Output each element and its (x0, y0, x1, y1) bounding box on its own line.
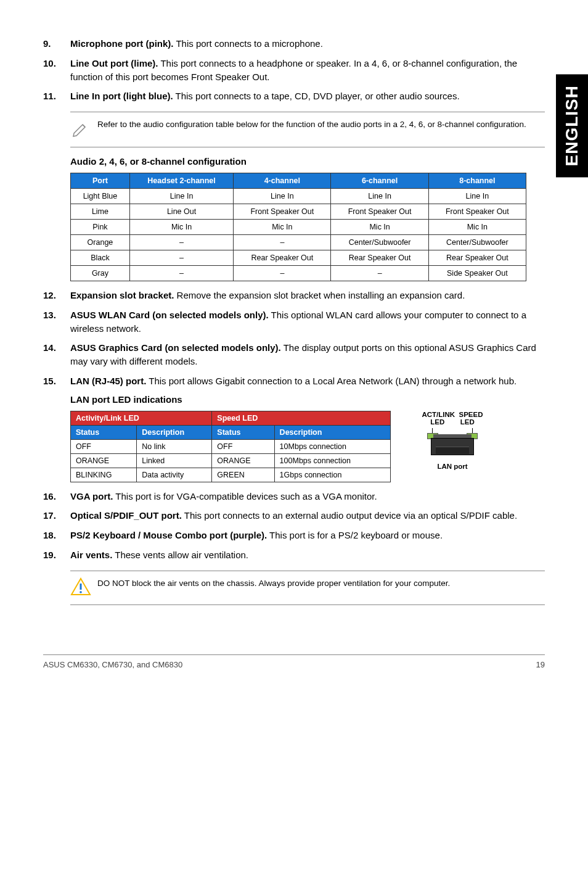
item-number: 9. (43, 37, 70, 51)
page-content: 9.Microphone port (pink). This port conn… (0, 0, 588, 694)
warning-icon (70, 577, 97, 598)
lan-port-diagram: ACT/LINK SPEED LED LED LAN port (409, 411, 496, 470)
table-header: Activity/Link LED (71, 411, 212, 425)
item-number: 11. (43, 89, 70, 103)
item-number: 18. (43, 529, 70, 542)
table-row: PinkMic InMic InMic InMic In (71, 220, 526, 235)
list-item: 17.Optical S/PDIF_OUT port. This port co… (43, 509, 545, 522)
item-text: ASUS WLAN Card (on selected models only)… (70, 308, 545, 336)
led-section: Activity/Link LED Speed LED Status Descr… (70, 411, 545, 482)
item-text: Air vents. These vents allow air ventila… (70, 548, 545, 562)
svg-point-1 (80, 591, 82, 593)
table-row: BLINKINGData activityGREEN1Gbps connecti… (71, 468, 391, 482)
list-9-11: 9.Microphone port (pink). This port conn… (43, 37, 545, 103)
table-row: Gray–––Side Speaker Out (71, 266, 526, 281)
list-item: 11.Line In port (light blue). This port … (43, 89, 545, 103)
item-number: 17. (43, 509, 70, 522)
table-row: ORANGELinkedORANGE100Mbps connection (71, 453, 391, 468)
table-header: Status (212, 425, 274, 439)
item-text: PS/2 Keyboard / Mouse Combo port (purple… (70, 529, 545, 542)
item-text: ASUS Graphics Card (on selected models o… (70, 341, 545, 368)
item-text: Line In port (light blue). This port con… (70, 89, 545, 103)
table-header: Description (274, 425, 390, 439)
list-16-19: 16.VGA port. This port is for VGA-compat… (43, 490, 545, 562)
item-number: 15. (43, 374, 70, 388)
table-header: Port (71, 173, 130, 189)
item-text: Microphone port (pink). This port connec… (70, 37, 545, 51)
list-item: 18.PS/2 Keyboard / Mouse Combo port (pur… (43, 529, 545, 542)
list-item: 10.Line Out port (lime). This port conne… (43, 57, 545, 84)
list-12-15: 12.Expansion slot bracket. Remove the ex… (43, 289, 545, 388)
item-number: 13. (43, 308, 70, 336)
item-number: 16. (43, 490, 70, 503)
rj45-port-icon (425, 429, 480, 460)
item-text: Expansion slot bracket. Remove the expan… (70, 289, 545, 302)
list-item: 16.VGA port. This port is for VGA-compat… (43, 490, 545, 503)
table-header: Speed LED (212, 411, 391, 425)
footer-left: ASUS CM6330, CM6730, and CM6830 (43, 660, 182, 669)
audio-config-table: Port Headset 2-channel 4-channel 6-chann… (70, 173, 526, 281)
list-item: 15.LAN (RJ-45) port. This port allows Gi… (43, 374, 545, 388)
led-table: Activity/Link LED Speed LED Status Descr… (70, 411, 391, 482)
table-header: Headset 2-channel (129, 173, 233, 189)
table-header: 4-channel (234, 173, 331, 189)
language-tab: ENGLISH (556, 74, 588, 177)
pencil-icon (70, 118, 97, 141)
led-indications-heading: LAN port LED indications (70, 394, 545, 405)
list-item: 13.ASUS WLAN Card (on selected models on… (43, 308, 545, 336)
item-text: VGA port. This port is for VGA-compatibl… (70, 490, 545, 503)
table-header: Description (137, 425, 212, 439)
table-row: Black–Rear Speaker OutRear Speaker OutRe… (71, 250, 526, 266)
list-item: 19.Air vents. These vents allow air vent… (43, 548, 545, 562)
item-number: 14. (43, 341, 70, 368)
list-item: 9.Microphone port (pink). This port conn… (43, 37, 545, 51)
page-number: 19 (536, 660, 545, 669)
item-text: LAN (RJ-45) port. This port allows Gigab… (70, 374, 545, 388)
warning-text: DO NOT block the air vents on the chassi… (97, 577, 545, 590)
list-item: 14.ASUS Graphics Card (on selected model… (43, 341, 545, 368)
page-footer: ASUS CM6330, CM6730, and CM6830 19 (43, 654, 545, 669)
table-row: Orange––Center/SubwooferCenter/Subwoofer (71, 235, 526, 250)
note-text: Refer to the audio configuration table b… (97, 118, 545, 131)
table-row: OFFNo linkOFF10Mbps connection (71, 439, 391, 453)
table-row: LimeLine OutFront Speaker OutFront Speak… (71, 204, 526, 220)
list-item: 12.Expansion slot bracket. Remove the ex… (43, 289, 545, 302)
table-row: Light BlueLine InLine InLine InLine In (71, 189, 526, 204)
item-number: 12. (43, 289, 70, 302)
table-header: Status (71, 425, 137, 439)
table-header: 8-channel (428, 173, 526, 189)
note-box: Refer to the audio configuration table b… (70, 112, 545, 147)
item-number: 10. (43, 57, 70, 84)
table-header: 6-channel (331, 173, 428, 189)
item-number: 19. (43, 548, 70, 562)
item-text: Optical S/PDIF_OUT port. This port conne… (70, 509, 545, 522)
audio-config-heading: Audio 2, 4, 6, or 8-channel configuratio… (70, 156, 545, 167)
warning-box: DO NOT block the air vents on the chassi… (70, 571, 545, 605)
item-text: Line Out port (lime). This port connects… (70, 57, 545, 84)
